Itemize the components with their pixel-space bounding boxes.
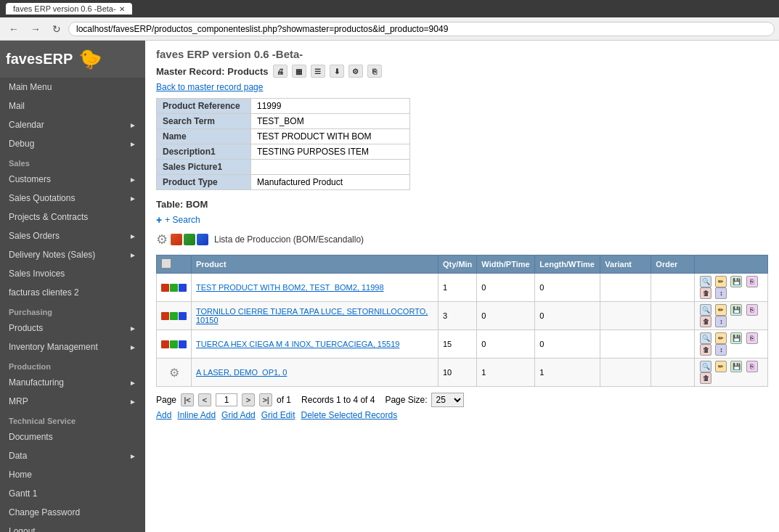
grid-add-link[interactable]: Grid Add: [221, 410, 256, 420]
page-of-label: of 1: [277, 395, 291, 405]
inline-add-link[interactable]: Inline Add: [177, 410, 216, 420]
row-move-icon[interactable]: ↕: [715, 287, 727, 299]
row-save-icon[interactable]: 💾: [730, 276, 742, 287]
toolbar-icon-print[interactable]: 🖨: [273, 65, 287, 78]
sidebar-item-data[interactable]: Data ►: [0, 446, 145, 465]
sidebar-category-production: Production: [0, 356, 145, 373]
row-delete-icon[interactable]: 🗑: [700, 287, 711, 299]
search-toggle[interactable]: + + Search: [156, 214, 768, 226]
header-product: Product: [192, 255, 439, 274]
row-delete-icon[interactable]: 🗑: [700, 344, 711, 356]
product-link[interactable]: TORNILLO CIERRE TIJERA TAPA LUCE, SETORN…: [196, 307, 428, 324]
row-search-icon[interactable]: 🔍: [700, 276, 711, 287]
chevron-right-icon: ►: [129, 251, 136, 259]
row-save-icon[interactable]: 💾: [730, 304, 742, 316]
row-move-icon[interactable]: ↕: [715, 344, 727, 356]
row-cube-icons: [161, 340, 187, 348]
field-label-name: Name: [157, 129, 251, 144]
address-bar[interactable]: [68, 22, 775, 36]
row-search-icon[interactable]: 🔍: [700, 361, 711, 372]
table-row: TORNILLO CIERRE TIJERA TAPA LUCE, SETORN…: [157, 302, 768, 330]
last-page-button[interactable]: >|: [259, 393, 272, 406]
sidebar-item-sales-orders[interactable]: Sales Orders ►: [0, 226, 145, 245]
sidebar-item-mrp[interactable]: MRP ►: [0, 392, 145, 411]
toolbar-icon-copy[interactable]: ⎘: [367, 65, 382, 78]
add-link[interactable]: Add: [156, 410, 171, 420]
row-length-cell: 0: [535, 330, 600, 359]
row-search-icon[interactable]: 🔍: [700, 332, 711, 344]
back-button[interactable]: ←: [4, 21, 23, 37]
row-edit-icon[interactable]: ✏: [715, 332, 727, 344]
row-width-cell: 0: [477, 274, 535, 302]
forward-button[interactable]: →: [26, 21, 45, 37]
sidebar-label-mrp: MRP: [9, 396, 28, 406]
page-size-select[interactable]: 25 50 100: [431, 393, 464, 407]
product-link[interactable]: TEST PRODUCT WITH BOM2, TEST_BOM2, 11998: [196, 283, 384, 292]
sidebar-item-sales-invoices[interactable]: Sales Invoices: [0, 264, 145, 283]
row-copy-icon[interactable]: ⎘: [746, 304, 758, 316]
bom-label: Lista de Produccion (BOM/Escandallo): [214, 234, 364, 245]
row-edit-icon[interactable]: ✏: [715, 361, 727, 372]
sidebar-item-delivery-notes-sales[interactable]: Delivery Notes (Sales) ►: [0, 245, 145, 264]
sidebar-item-debug[interactable]: Debug ►: [0, 134, 145, 153]
product-row-picture: Sales Picture1: [157, 160, 410, 175]
page-number-input[interactable]: [216, 393, 237, 406]
row-copy-icon[interactable]: ⎘: [746, 276, 758, 287]
field-value-type: Manufactured Product: [251, 175, 410, 190]
toolbar-icon-list[interactable]: ☰: [311, 65, 325, 78]
sidebar-item-manufacturing[interactable]: Manufacturing ►: [0, 373, 145, 392]
delete-selected-link[interactable]: Delete Selected Records: [301, 410, 397, 420]
row-copy-icon[interactable]: ⎘: [746, 332, 758, 344]
sidebar-item-facturas-clientes[interactable]: facturas clientes 2: [0, 283, 145, 302]
product-link[interactable]: TUERCA HEX CIEGA M 4 INOX, TUERCACIEGA, …: [196, 340, 399, 348]
sidebar-item-mail[interactable]: Mail: [0, 97, 145, 115]
row-checkbox-cell: [157, 302, 192, 330]
toolbar-icon-grid[interactable]: ▦: [292, 65, 306, 78]
app-title: faves ERP version 0.6 -Beta-: [156, 48, 768, 60]
sidebar-item-change-password[interactable]: Change Password: [0, 503, 145, 522]
sidebar-item-products[interactable]: Products ►: [0, 319, 145, 337]
sidebar-item-customers[interactable]: Customers ►: [0, 170, 145, 189]
row-save-icon[interactable]: 💾: [730, 332, 742, 344]
product-info-table: Product Reference 11999 Search Term TEST…: [156, 98, 410, 190]
row-save-icon[interactable]: 💾: [730, 361, 742, 372]
grid-edit-link[interactable]: Grid Edit: [261, 410, 295, 420]
first-page-button[interactable]: |<: [181, 393, 194, 406]
product-link[interactable]: A LASER, DEMO_OP1, 0: [196, 368, 287, 377]
sidebar-item-sales-quotations[interactable]: Sales Quotations ►: [0, 189, 145, 208]
header-width: Width/PTime: [477, 255, 535, 274]
tab-title: faves ERP version 0.6 -Beta-: [13, 4, 116, 13]
row-copy-icon[interactable]: ⎘: [746, 361, 758, 372]
sidebar-label-logout: Logout: [9, 526, 36, 532]
row-width-cell: 0: [477, 330, 535, 359]
row-delete-icon[interactable]: 🗑: [700, 372, 711, 384]
reload-button[interactable]: ↻: [48, 21, 65, 37]
sidebar-item-projects-contracts[interactable]: Projects & Contracts: [0, 208, 145, 226]
sidebar-item-inventory[interactable]: Inventory Management ►: [0, 337, 145, 356]
browser-titlebar: faves ERP version 0.6 -Beta- ✕: [0, 0, 779, 17]
sidebar-label-change-password: Change Password: [9, 507, 80, 517]
field-value-reference: 11999: [251, 99, 410, 114]
sidebar-item-main-menu[interactable]: Main Menu: [0, 78, 145, 97]
row-move-icon[interactable]: ↕: [715, 316, 727, 327]
sidebar-item-calendar[interactable]: Calendar ►: [0, 115, 145, 134]
toolbar-icon-export[interactable]: ⬇: [330, 65, 344, 78]
cube-red-icon: [171, 234, 182, 245]
toolbar-icon-settings[interactable]: ⚙: [348, 65, 363, 78]
sidebar-item-documents[interactable]: Documents: [0, 427, 145, 446]
row-delete-icon[interactable]: 🗑: [700, 316, 711, 327]
row-width-cell: 1: [477, 359, 535, 387]
row-edit-icon[interactable]: ✏: [715, 304, 727, 316]
prev-page-button[interactable]: <: [198, 393, 211, 406]
row-search-icon[interactable]: 🔍: [700, 304, 711, 316]
browser-tab[interactable]: faves ERP version 0.6 -Beta- ✕: [6, 3, 132, 15]
sidebar-item-logout[interactable]: Logout: [0, 522, 145, 532]
next-page-button[interactable]: >: [242, 393, 255, 406]
back-link[interactable]: Back to master record page: [156, 82, 768, 92]
tab-close-icon[interactable]: ✕: [119, 5, 125, 13]
row-cube-icons: [161, 312, 187, 320]
select-all-checkbox[interactable]: [161, 258, 171, 269]
sidebar-item-home[interactable]: Home: [0, 465, 145, 484]
row-edit-icon[interactable]: ✏: [715, 276, 727, 287]
sidebar-item-gantt[interactable]: Gantt 1: [0, 484, 145, 503]
